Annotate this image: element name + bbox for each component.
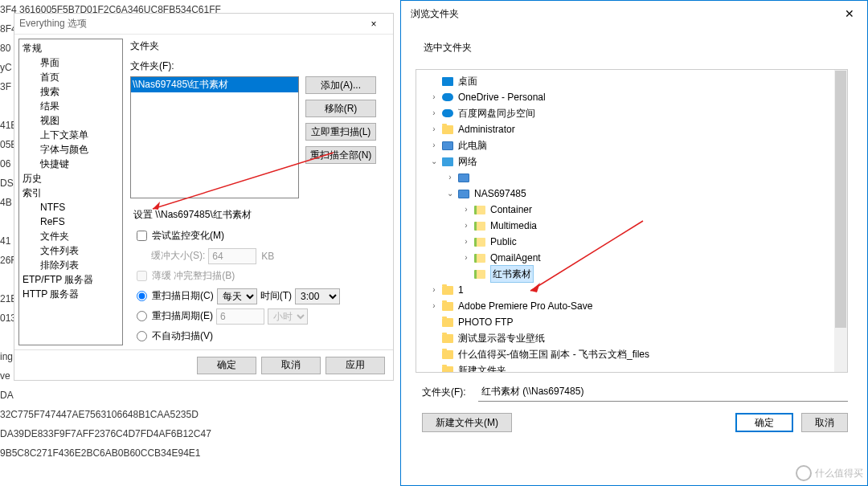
- monitor-changes-checkbox[interactable]: [137, 231, 147, 241]
- settings-header: 设置 \\Nas697485\红书素材: [133, 208, 388, 222]
- tree-node[interactable]: 结果: [23, 99, 119, 113]
- folder-list-item[interactable]: \\Nas697485\红书素材: [131, 77, 298, 92]
- pc-icon: [457, 187, 471, 200]
- folder-tree-node[interactable]: 什么值得买-值物王国 副本 - 飞书云文档_files: [416, 346, 847, 362]
- tree-node[interactable]: ETP/FTP 服务器: [23, 272, 119, 287]
- folder-open-icon: [473, 203, 487, 216]
- cycle-value-input[interactable]: [216, 308, 264, 325]
- folder-label: Multimedia: [490, 218, 537, 234]
- tree-node[interactable]: 首页: [23, 70, 119, 84]
- folder-tree-node[interactable]: 桌面: [416, 73, 847, 89]
- tree-node[interactable]: 上下文菜单: [23, 128, 119, 142]
- remove-button[interactable]: 移除(R): [305, 100, 376, 117]
- chevron-icon[interactable]: ›: [460, 250, 473, 266]
- folder-path-input[interactable]: [478, 382, 848, 402]
- titlebar[interactable]: Everything 选项 ×: [14, 14, 393, 35]
- dilute-scan-label: 薄缓 冲完整扫描(B): [152, 269, 235, 283]
- chevron-icon[interactable]: ›: [428, 121, 440, 137]
- folder-tree-node[interactable]: PHOTO FTP: [416, 314, 847, 330]
- ok-button[interactable]: 确定: [735, 413, 793, 432]
- chevron-icon[interactable]: ›: [460, 202, 473, 218]
- tree-node[interactable]: 视图: [23, 113, 119, 128]
- scrollbar[interactable]: [834, 70, 847, 372]
- rescan-now-button[interactable]: 立即重扫描(L): [305, 123, 376, 141]
- tree-node[interactable]: HTTP 服务器: [23, 287, 119, 301]
- folder-icon: [440, 348, 455, 361]
- cycle-unit-select[interactable]: 小时: [268, 308, 308, 325]
- folder-tree-node[interactable]: › QmailAgent: [416, 250, 847, 266]
- titlebar[interactable]: 浏览文件夹 ✕: [401, 1, 867, 27]
- folder-tree[interactable]: 桌面 › OneDrive - Personal › 百度网盘同步空间 › Ad…: [416, 69, 848, 373]
- cancel-button[interactable]: 取消: [261, 357, 321, 374]
- folder-tree-node[interactable]: › Public: [416, 234, 847, 250]
- tree-node[interactable]: ReFS: [23, 214, 119, 229]
- cloud-icon: [440, 91, 455, 104]
- tree-node[interactable]: 常规: [23, 41, 119, 55]
- folder-tree-node[interactable]: › 百度网盘同步空间: [416, 105, 847, 121]
- tree-node[interactable]: 字体与颜色: [23, 142, 119, 157]
- tree-node[interactable]: 排除列表: [23, 258, 119, 272]
- new-folder-button[interactable]: 新建文件夹(M): [422, 413, 512, 432]
- folder-tree-node[interactable]: 新建文件夹: [416, 362, 847, 373]
- folder-tree-node[interactable]: › 此电脑: [416, 137, 847, 153]
- folder-label: QmailAgent: [490, 250, 541, 266]
- scrollbar-thumb[interactable]: [835, 71, 846, 328]
- folder-icon: [440, 300, 455, 312]
- rescan-date-select[interactable]: 每天: [217, 288, 257, 304]
- folder-tree-node[interactable]: ⌄ 网络: [416, 153, 847, 169]
- chevron-icon[interactable]: ›: [460, 218, 473, 234]
- folder-label: 新建文件夹: [458, 362, 506, 373]
- cancel-button[interactable]: 取消: [801, 413, 848, 432]
- chevron-icon[interactable]: ›: [428, 105, 440, 121]
- ok-button[interactable]: 确定: [197, 357, 256, 374]
- folder-open-icon: [473, 251, 487, 264]
- folder-tree-node[interactable]: ›: [416, 169, 847, 186]
- folder-tree-node[interactable]: ⌄ NAS697485: [416, 186, 847, 202]
- chevron-icon[interactable]: ›: [428, 282, 440, 298]
- tree-node[interactable]: 文件夹: [23, 229, 119, 243]
- close-icon[interactable]: ×: [358, 18, 390, 30]
- buffer-size-input[interactable]: [208, 248, 256, 264]
- folder-tree-node[interactable]: › Container: [416, 202, 847, 218]
- chevron-icon[interactable]: ›: [460, 234, 473, 250]
- no-auto-scan-radio[interactable]: [137, 331, 147, 341]
- tree-node[interactable]: 文件列表: [23, 243, 119, 258]
- folder-tree-node[interactable]: › Adobe Premiere Pro Auto-Save: [416, 298, 847, 314]
- time-select[interactable]: 3:00: [295, 288, 340, 304]
- chevron-icon[interactable]: ›: [444, 169, 457, 186]
- buffer-unit: KB: [261, 251, 274, 262]
- folder-tree-node[interactable]: › Administrator: [416, 121, 847, 137]
- monitor-changes-label: 尝试监控变化(M): [152, 229, 224, 243]
- add-button[interactable]: 添加(A)...: [305, 76, 376, 94]
- folder-label: NAS697485: [474, 186, 526, 202]
- dilute-scan-checkbox[interactable]: [137, 271, 147, 281]
- category-tree[interactable]: 常规界面首页搜索结果视图上下文菜单字体与颜色快捷键历史索引NTFSReFS文件夹…: [18, 39, 123, 345]
- folder-icon: [440, 284, 455, 296]
- tree-node[interactable]: 索引: [23, 186, 119, 200]
- tree-node[interactable]: 快捷键: [23, 157, 119, 171]
- folder-icon: [440, 364, 455, 373]
- tree-node[interactable]: NTFS: [23, 200, 119, 214]
- chevron-icon[interactable]: ⌄: [444, 186, 457, 202]
- apply-button[interactable]: 应用: [326, 357, 385, 374]
- folder-tree-node[interactable]: › 1: [416, 282, 847, 298]
- folder-tree-node[interactable]: › OneDrive - Personal: [416, 89, 847, 105]
- close-icon[interactable]: ✕: [832, 2, 867, 26]
- chevron-icon[interactable]: ⌄: [428, 153, 440, 169]
- folder-tree-node[interactable]: › Multimedia: [416, 218, 847, 234]
- rescan-date-radio[interactable]: [137, 291, 147, 301]
- chevron-icon[interactable]: ›: [428, 89, 440, 105]
- rescan-all-button[interactable]: 重扫描全部(N): [305, 146, 376, 164]
- tree-node[interactable]: 历史: [23, 171, 119, 186]
- tree-node[interactable]: 搜索: [23, 84, 119, 99]
- chevron-icon[interactable]: ›: [428, 298, 440, 314]
- tree-node[interactable]: 界面: [23, 55, 119, 70]
- folder-tree-node[interactable]: 测试显示器专业壁纸: [416, 330, 847, 346]
- folder-field-label: 文件夹(F):: [422, 386, 478, 399]
- rescan-cycle-radio[interactable]: [137, 311, 147, 321]
- pc-icon: [440, 139, 455, 152]
- folder-tree-node[interactable]: 红书素材: [416, 266, 847, 282]
- folder-icon: [440, 316, 455, 329]
- chevron-icon[interactable]: ›: [428, 137, 440, 153]
- folder-listbox[interactable]: \\Nas697485\红书素材: [130, 76, 299, 198]
